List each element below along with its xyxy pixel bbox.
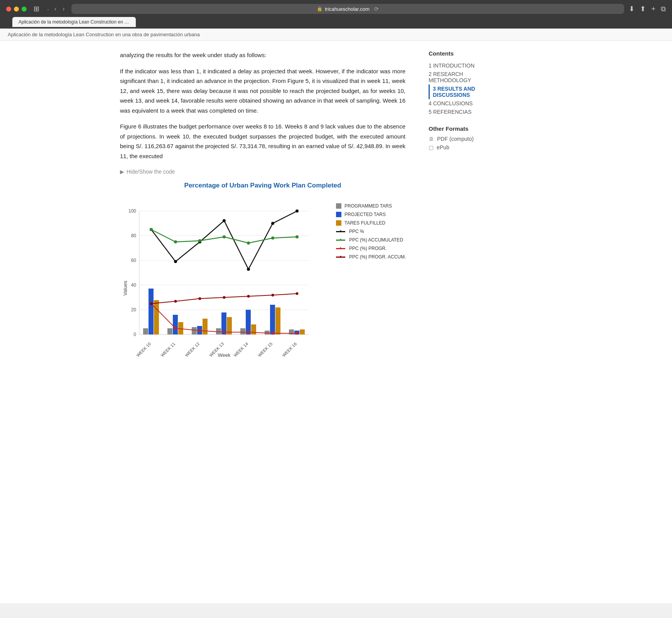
- other-formats-title: Other Formats: [429, 125, 502, 132]
- legend-icon-programmed: [336, 203, 341, 209]
- dot-progr-4: [247, 331, 250, 334]
- dot-progr-2: [199, 329, 201, 332]
- chart-area: Values 0 20 40: [120, 196, 328, 358]
- lock-icon: 🔒: [317, 6, 322, 12]
- legend-projected-tars: PROJECTED TARS: [336, 212, 409, 217]
- bar-tares-2: [203, 319, 208, 334]
- dot-ppc-5: [271, 222, 274, 225]
- legend-ppc-progr-accum: ● PPC (%) PROGR. ACCUM.: [336, 254, 409, 260]
- browser-controls: ⌄ ‹ ›: [46, 5, 67, 13]
- toc-item-introduction[interactable]: 1 INTRODUCTION: [429, 61, 502, 70]
- dot-progr-5: [272, 332, 274, 335]
- reload-button[interactable]: ⟳: [374, 6, 379, 12]
- legend-icon-projected: [336, 212, 341, 217]
- maximize-button[interactable]: [22, 7, 27, 12]
- legend-icon-ppc: ●: [336, 231, 345, 232]
- browser-chrome: ⊞ ⌄ ‹ › 🔒 tricahuescholar.com ⟳ ⬇ ⬆ + ⧉ …: [0, 0, 672, 29]
- legend-icon-ppc-progr-accum: ●: [336, 257, 345, 258]
- download-button[interactable]: ⬇: [629, 5, 635, 13]
- new-tab-button[interactable]: +: [651, 5, 655, 13]
- dot-progr-3: [223, 331, 226, 334]
- chart-svg: Values 0 20 40: [120, 196, 328, 358]
- legend-label-ppc-acc: PPC (%) ACCUMULATED: [349, 237, 403, 243]
- active-tab[interactable]: Aplicación de la metodología Lean Constr…: [12, 17, 136, 27]
- code-toggle-label: Hide/Show the code: [127, 169, 175, 175]
- pdf-icon: 🗎: [429, 136, 434, 142]
- dot-progr-acc-4: [247, 295, 250, 298]
- epub-label: ePub: [437, 144, 449, 150]
- paragraph-intro: analyzing the results for the week under…: [120, 50, 405, 60]
- svg-text:WEEK 15: WEEK 15: [257, 341, 273, 358]
- code-toggle[interactable]: ▶ Hide/Show the code: [120, 169, 405, 175]
- address-bar[interactable]: 🔒 tricahuescholar.com ⟳: [71, 4, 625, 14]
- share-button[interactable]: ⬆: [640, 5, 646, 13]
- forward-button[interactable]: ›: [61, 5, 66, 13]
- epub-icon: ▢: [429, 144, 434, 150]
- legend-label-ppc: PPC %: [349, 229, 364, 234]
- sidebar-toggle-button[interactable]: ⊞: [31, 4, 42, 14]
- toc-item-conclusions[interactable]: 4 CONCLUSIONS: [429, 99, 502, 108]
- dot-progr-6: [296, 332, 299, 335]
- chart-container: Values 0 20 40: [120, 196, 405, 358]
- svg-text:20: 20: [131, 307, 137, 312]
- dot-ppcacc-0: [150, 228, 153, 231]
- legend-icon-ppc-progr: ●: [336, 248, 345, 249]
- svg-text:WEEK 14: WEEK 14: [233, 341, 249, 358]
- bar-tares-0: [154, 300, 159, 334]
- url-text: tricahuescholar.com: [325, 6, 370, 12]
- toc-item-results[interactable]: 3 RESULTS AND DISCUSSIONS: [429, 84, 502, 99]
- legend-label-projected: PROJECTED TARS: [344, 212, 386, 217]
- bar-prog-6: [289, 329, 294, 334]
- svg-text:WEEK 12: WEEK 12: [184, 341, 200, 358]
- dot-progr-acc-1: [174, 300, 177, 303]
- bar-proj-5: [270, 305, 275, 334]
- svg-text:Values: Values: [122, 280, 128, 295]
- legend-label-tares: TARES FULFILLED: [344, 220, 385, 226]
- dot-progr-acc-2: [199, 297, 201, 300]
- legend-label-programmed: PROGRAMMED TARS: [344, 203, 392, 209]
- close-button[interactable]: [6, 7, 11, 12]
- main-content: analyzing the results for the week under…: [105, 50, 421, 358]
- minimize-button[interactable]: [14, 7, 19, 12]
- dot-ppcacc-3: [223, 235, 226, 238]
- legend-label-ppc-progr: PPC (%) PROGR.: [349, 246, 387, 251]
- traffic-lights: [6, 7, 27, 12]
- dot-ppcacc-2: [198, 239, 201, 242]
- format-epub[interactable]: ▢ ePub: [429, 144, 502, 150]
- bar-proj-4: [246, 310, 251, 334]
- legend-icon-ppc-acc: ●: [336, 240, 345, 241]
- text-block-intro: analyzing the results for the week under…: [120, 50, 405, 161]
- paragraph-figure6: Figure 6 illustrates the budget performa…: [120, 122, 405, 161]
- contents-title: Contents: [429, 50, 502, 57]
- dot-ppcacc-6: [295, 235, 299, 238]
- chart-section: Percentage of Urban Paving Work Plan Com…: [120, 182, 405, 358]
- legend-ppc-acc: ● PPC (%) ACCUMULATED: [336, 237, 409, 243]
- toc-item-methodology[interactable]: 2 RESEARCH METHODOLOGY: [429, 70, 502, 84]
- format-pdf[interactable]: 🗎 PDF (computo): [429, 136, 502, 142]
- svg-text:WEEK 16: WEEK 16: [281, 341, 297, 358]
- dot-progr-acc-6: [296, 292, 299, 295]
- dot-progr-1: [174, 327, 177, 330]
- back-button[interactable]: ‹: [52, 5, 58, 13]
- dot-ppc-6: [295, 209, 299, 213]
- svg-text:100: 100: [128, 208, 136, 214]
- svg-text:40: 40: [131, 282, 137, 288]
- bar-tares-6: [300, 329, 305, 334]
- sidebar: Contents 1 INTRODUCTION 2 RESEARCH METHO…: [421, 50, 510, 358]
- dot-ppcacc-4: [247, 241, 250, 245]
- dot-ppc-1: [174, 260, 177, 263]
- page-wrapper: Aplicación de la metodología Lean Constr…: [0, 29, 672, 603]
- browser-top-bar: ⊞ ⌄ ‹ › 🔒 tricahuescholar.com ⟳ ⬇ ⬆ + ⧉: [6, 4, 666, 14]
- bar-tares-4: [251, 324, 256, 334]
- legend-label-ppc-progr-accum: PPC (%) PROGR. ACCUM.: [349, 254, 406, 260]
- toc-item-referencias[interactable]: 5 REFERENCIAS: [429, 108, 502, 116]
- chevron-down-icon: ⌄: [46, 6, 50, 12]
- paragraph-detail: If the indicator was less than 1, it ind…: [120, 66, 405, 116]
- window-button[interactable]: ⧉: [661, 5, 666, 13]
- chart-title: Percentage of Urban Paving Work Plan Com…: [120, 182, 405, 189]
- svg-text:WEEK 10: WEEK 10: [135, 341, 152, 358]
- bar-prog-4: [240, 328, 245, 334]
- dot-progr-acc-5: [272, 294, 274, 297]
- pdf-label: PDF (computo): [437, 136, 474, 142]
- bar-tares-5: [275, 307, 280, 334]
